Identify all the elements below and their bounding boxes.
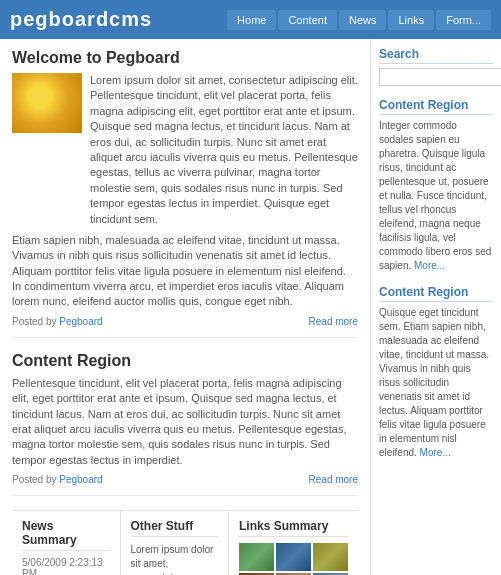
sidebar-content-2-more[interactable]: More...: [420, 447, 451, 458]
sidebar-content-1-title: Content Region: [379, 98, 493, 115]
news-date-0: 5/06/2009 2:23:13 PM: [22, 557, 110, 575]
article-1-author[interactable]: Pegboard: [59, 316, 102, 327]
logo: pegboardcms: [10, 8, 152, 31]
bottom-row: News Summary 5/06/2009 2:23:13 PM Aliqua…: [12, 510, 358, 575]
news-title: News Summary: [22, 519, 110, 551]
article-1-text: Lorem ipsum dolor sit amet, consectetur …: [90, 73, 358, 227]
search-label: Search: [379, 47, 493, 64]
search-section: Search Go: [379, 47, 493, 86]
news-section: News Summary 5/06/2009 2:23:13 PM Aliqua…: [12, 511, 121, 575]
link-thumb-0[interactable]: [239, 543, 274, 571]
content-area: Welcome to Pegboard Lorem ipsum dolor si…: [0, 39, 371, 575]
other-text: Lorem ipsum dolor sit amet, consectetur …: [131, 543, 219, 575]
article-1-readmore[interactable]: Read more: [309, 316, 358, 327]
article-2-footer: Posted by Pegboard Read more: [12, 474, 358, 485]
links-title: Links Summary: [239, 519, 348, 537]
header: pegboardcms Home Content News Links Form…: [0, 0, 501, 39]
other-title: Other Stuff: [131, 519, 219, 537]
sidebar-content-2-text: Quisque eget tincidunt sem. Etiam sapien…: [379, 306, 493, 460]
link-thumb-1[interactable]: [276, 543, 311, 571]
article-2-posted: Posted by Pegboard: [12, 474, 103, 485]
article-1-text2: Etiam sapien nibh, malesuada ac eleifend…: [12, 233, 358, 310]
article-2-author[interactable]: Pegboard: [59, 474, 102, 485]
links-section: Links Summary: [229, 511, 358, 575]
article-2: Content Region Pellentesque tincidunt, e…: [12, 352, 358, 496]
news-item-0: 5/06/2009 2:23:13 PM Aliquam porttitor f…: [22, 557, 110, 575]
article-1: Welcome to Pegboard Lorem ipsum dolor si…: [12, 49, 358, 338]
nav-home[interactable]: Home: [227, 10, 276, 30]
article-2-readmore[interactable]: Read more: [309, 474, 358, 485]
nav-form[interactable]: Form...: [436, 10, 491, 30]
sidebar-content-1-more[interactable]: More...: [414, 260, 445, 271]
article-2-text: Pellentesque tincidunt, elit vel placera…: [12, 376, 358, 468]
sidebar-content-1: Content Region Integer commodo sodales s…: [379, 98, 493, 273]
links-grid: [239, 543, 348, 575]
sidebar-content-2: Content Region Quisque eget tincidunt se…: [379, 285, 493, 460]
article-1-body: Lorem ipsum dolor sit amet, consectetur …: [12, 73, 358, 227]
article-1-posted: Posted by Pegboard: [12, 316, 103, 327]
sidebar: Search Go Content Region Integer commodo…: [371, 39, 501, 575]
main-layout: Welcome to Pegboard Lorem ipsum dolor si…: [0, 39, 501, 575]
nav-content[interactable]: Content: [278, 10, 337, 30]
sidebar-content-1-text: Integer commodo sodales sapien eu pharet…: [379, 119, 493, 273]
nav: Home Content News Links Form...: [227, 10, 491, 30]
search-input[interactable]: [379, 68, 501, 86]
nav-news[interactable]: News: [339, 10, 387, 30]
link-thumb-2[interactable]: [313, 543, 348, 571]
other-section: Other Stuff Lorem ipsum dolor sit amet, …: [121, 511, 230, 575]
sidebar-content-2-title: Content Region: [379, 285, 493, 302]
article-1-title: Welcome to Pegboard: [12, 49, 358, 67]
article-2-title: Content Region: [12, 352, 358, 370]
search-row: Go: [379, 68, 493, 86]
article-1-image: [12, 73, 82, 133]
nav-links[interactable]: Links: [388, 10, 434, 30]
article-1-footer: Posted by Pegboard Read more: [12, 316, 358, 327]
